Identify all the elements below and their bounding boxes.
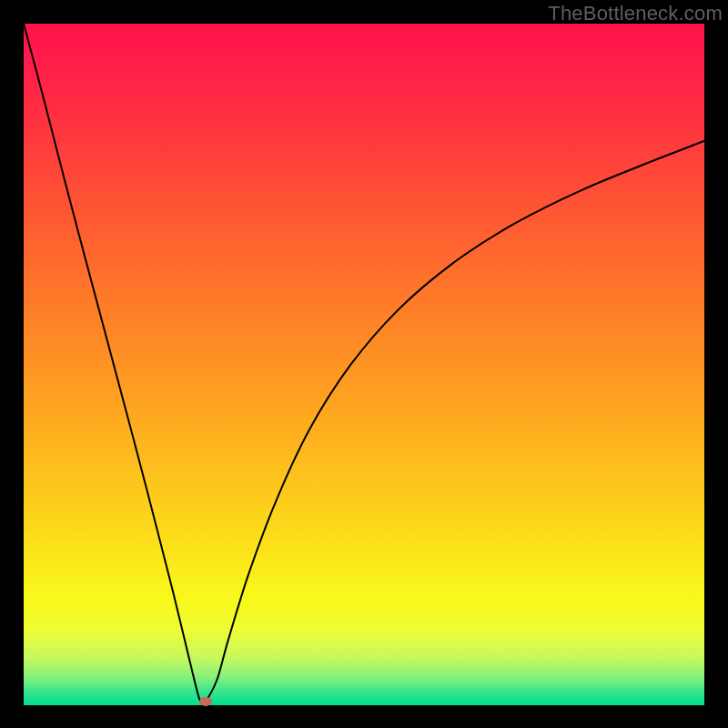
- chart-frame: TheBottleneck.com: [0, 0, 728, 728]
- bottleneck-curve: [24, 24, 704, 705]
- plot-area: [24, 24, 704, 705]
- minimum-marker: [199, 697, 212, 706]
- watermark-text: TheBottleneck.com: [548, 2, 723, 25]
- curve-path: [24, 24, 704, 703]
